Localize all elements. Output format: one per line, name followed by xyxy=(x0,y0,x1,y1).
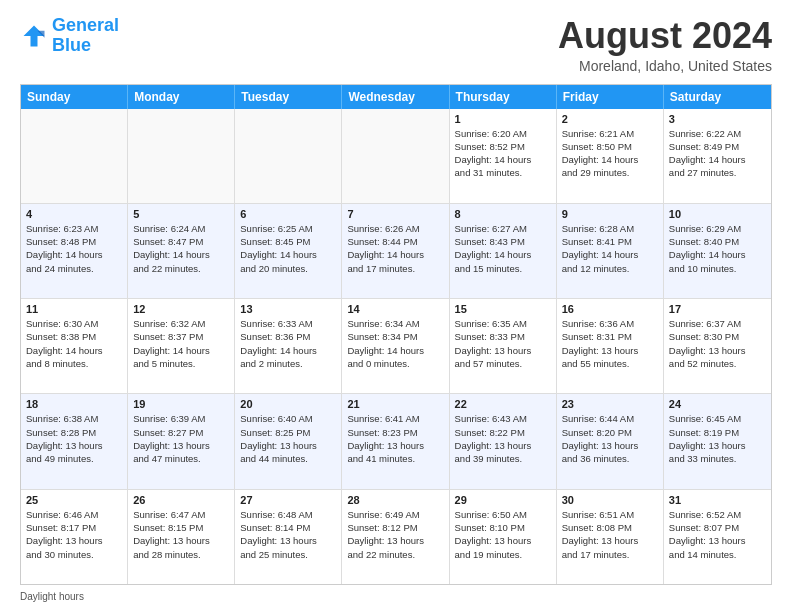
footer-text: Daylight hours xyxy=(20,591,84,602)
day-info: Sunrise: 6:47 AM Sunset: 8:15 PM Dayligh… xyxy=(133,508,229,561)
logo: General Blue xyxy=(20,16,119,56)
day-info: Sunrise: 6:27 AM Sunset: 8:43 PM Dayligh… xyxy=(455,222,551,275)
calendar-cell: 10Sunrise: 6:29 AM Sunset: 8:40 PM Dayli… xyxy=(664,204,771,298)
day-number: 31 xyxy=(669,494,766,506)
day-info: Sunrise: 6:50 AM Sunset: 8:10 PM Dayligh… xyxy=(455,508,551,561)
calendar-cell: 22Sunrise: 6:43 AM Sunset: 8:22 PM Dayli… xyxy=(450,394,557,488)
calendar-row: 11Sunrise: 6:30 AM Sunset: 8:38 PM Dayli… xyxy=(21,298,771,393)
day-info: Sunrise: 6:20 AM Sunset: 8:52 PM Dayligh… xyxy=(455,127,551,180)
day-info: Sunrise: 6:41 AM Sunset: 8:23 PM Dayligh… xyxy=(347,412,443,465)
calendar-cell: 8Sunrise: 6:27 AM Sunset: 8:43 PM Daylig… xyxy=(450,204,557,298)
day-number: 17 xyxy=(669,303,766,315)
day-number: 13 xyxy=(240,303,336,315)
day-number: 4 xyxy=(26,208,122,220)
calendar-header-day: Friday xyxy=(557,85,664,109)
calendar-cell: 30Sunrise: 6:51 AM Sunset: 8:08 PM Dayli… xyxy=(557,490,664,584)
day-info: Sunrise: 6:23 AM Sunset: 8:48 PM Dayligh… xyxy=(26,222,122,275)
logo-icon xyxy=(20,22,48,50)
calendar-cell: 13Sunrise: 6:33 AM Sunset: 8:36 PM Dayli… xyxy=(235,299,342,393)
calendar-header-day: Sunday xyxy=(21,85,128,109)
main-title: August 2024 xyxy=(558,16,772,56)
day-info: Sunrise: 6:39 AM Sunset: 8:27 PM Dayligh… xyxy=(133,412,229,465)
day-number: 2 xyxy=(562,113,658,125)
calendar-cell: 24Sunrise: 6:45 AM Sunset: 8:19 PM Dayli… xyxy=(664,394,771,488)
day-number: 6 xyxy=(240,208,336,220)
day-info: Sunrise: 6:25 AM Sunset: 8:45 PM Dayligh… xyxy=(240,222,336,275)
day-info: Sunrise: 6:46 AM Sunset: 8:17 PM Dayligh… xyxy=(26,508,122,561)
day-info: Sunrise: 6:49 AM Sunset: 8:12 PM Dayligh… xyxy=(347,508,443,561)
calendar-cell xyxy=(21,109,128,203)
calendar-header-day: Thursday xyxy=(450,85,557,109)
day-info: Sunrise: 6:35 AM Sunset: 8:33 PM Dayligh… xyxy=(455,317,551,370)
calendar-row: 1Sunrise: 6:20 AM Sunset: 8:52 PM Daylig… xyxy=(21,109,771,203)
calendar-cell: 9Sunrise: 6:28 AM Sunset: 8:41 PM Daylig… xyxy=(557,204,664,298)
day-number: 27 xyxy=(240,494,336,506)
calendar-cell: 28Sunrise: 6:49 AM Sunset: 8:12 PM Dayli… xyxy=(342,490,449,584)
day-number: 18 xyxy=(26,398,122,410)
subtitle: Moreland, Idaho, United States xyxy=(558,58,772,74)
calendar-cell: 15Sunrise: 6:35 AM Sunset: 8:33 PM Dayli… xyxy=(450,299,557,393)
day-number: 26 xyxy=(133,494,229,506)
calendar-header-day: Saturday xyxy=(664,85,771,109)
calendar-cell: 27Sunrise: 6:48 AM Sunset: 8:14 PM Dayli… xyxy=(235,490,342,584)
day-number: 14 xyxy=(347,303,443,315)
calendar-cell: 21Sunrise: 6:41 AM Sunset: 8:23 PM Dayli… xyxy=(342,394,449,488)
calendar-cell: 3Sunrise: 6:22 AM Sunset: 8:49 PM Daylig… xyxy=(664,109,771,203)
day-info: Sunrise: 6:37 AM Sunset: 8:30 PM Dayligh… xyxy=(669,317,766,370)
calendar: SundayMondayTuesdayWednesdayThursdayFrid… xyxy=(20,84,772,585)
page: General Blue August 2024 Moreland, Idaho… xyxy=(0,0,792,612)
day-number: 28 xyxy=(347,494,443,506)
calendar-cell: 6Sunrise: 6:25 AM Sunset: 8:45 PM Daylig… xyxy=(235,204,342,298)
day-info: Sunrise: 6:29 AM Sunset: 8:40 PM Dayligh… xyxy=(669,222,766,275)
day-number: 23 xyxy=(562,398,658,410)
calendar-cell xyxy=(128,109,235,203)
day-info: Sunrise: 6:22 AM Sunset: 8:49 PM Dayligh… xyxy=(669,127,766,180)
calendar-cell: 4Sunrise: 6:23 AM Sunset: 8:48 PM Daylig… xyxy=(21,204,128,298)
day-number: 10 xyxy=(669,208,766,220)
day-number: 30 xyxy=(562,494,658,506)
day-info: Sunrise: 6:40 AM Sunset: 8:25 PM Dayligh… xyxy=(240,412,336,465)
calendar-cell xyxy=(235,109,342,203)
calendar-header: SundayMondayTuesdayWednesdayThursdayFrid… xyxy=(21,85,771,109)
day-number: 8 xyxy=(455,208,551,220)
day-number: 3 xyxy=(669,113,766,125)
calendar-cell: 20Sunrise: 6:40 AM Sunset: 8:25 PM Dayli… xyxy=(235,394,342,488)
calendar-row: 25Sunrise: 6:46 AM Sunset: 8:17 PM Dayli… xyxy=(21,489,771,584)
day-number: 24 xyxy=(669,398,766,410)
day-number: 22 xyxy=(455,398,551,410)
calendar-cell: 25Sunrise: 6:46 AM Sunset: 8:17 PM Dayli… xyxy=(21,490,128,584)
day-number: 29 xyxy=(455,494,551,506)
day-number: 12 xyxy=(133,303,229,315)
day-info: Sunrise: 6:36 AM Sunset: 8:31 PM Dayligh… xyxy=(562,317,658,370)
calendar-cell: 14Sunrise: 6:34 AM Sunset: 8:34 PM Dayli… xyxy=(342,299,449,393)
day-info: Sunrise: 6:28 AM Sunset: 8:41 PM Dayligh… xyxy=(562,222,658,275)
calendar-cell: 18Sunrise: 6:38 AM Sunset: 8:28 PM Dayli… xyxy=(21,394,128,488)
calendar-cell: 26Sunrise: 6:47 AM Sunset: 8:15 PM Dayli… xyxy=(128,490,235,584)
day-number: 11 xyxy=(26,303,122,315)
calendar-header-day: Wednesday xyxy=(342,85,449,109)
calendar-cell: 2Sunrise: 6:21 AM Sunset: 8:50 PM Daylig… xyxy=(557,109,664,203)
title-block: August 2024 Moreland, Idaho, United Stat… xyxy=(558,16,772,74)
calendar-row: 18Sunrise: 6:38 AM Sunset: 8:28 PM Dayli… xyxy=(21,393,771,488)
day-info: Sunrise: 6:51 AM Sunset: 8:08 PM Dayligh… xyxy=(562,508,658,561)
day-number: 1 xyxy=(455,113,551,125)
calendar-cell: 11Sunrise: 6:30 AM Sunset: 8:38 PM Dayli… xyxy=(21,299,128,393)
footer: Daylight hours xyxy=(20,591,772,602)
day-number: 19 xyxy=(133,398,229,410)
day-info: Sunrise: 6:21 AM Sunset: 8:50 PM Dayligh… xyxy=(562,127,658,180)
day-info: Sunrise: 6:34 AM Sunset: 8:34 PM Dayligh… xyxy=(347,317,443,370)
day-number: 5 xyxy=(133,208,229,220)
calendar-row: 4Sunrise: 6:23 AM Sunset: 8:48 PM Daylig… xyxy=(21,203,771,298)
calendar-cell xyxy=(342,109,449,203)
day-info: Sunrise: 6:26 AM Sunset: 8:44 PM Dayligh… xyxy=(347,222,443,275)
day-info: Sunrise: 6:48 AM Sunset: 8:14 PM Dayligh… xyxy=(240,508,336,561)
day-number: 9 xyxy=(562,208,658,220)
day-info: Sunrise: 6:33 AM Sunset: 8:36 PM Dayligh… xyxy=(240,317,336,370)
day-info: Sunrise: 6:45 AM Sunset: 8:19 PM Dayligh… xyxy=(669,412,766,465)
calendar-cell: 1Sunrise: 6:20 AM Sunset: 8:52 PM Daylig… xyxy=(450,109,557,203)
calendar-cell: 29Sunrise: 6:50 AM Sunset: 8:10 PM Dayli… xyxy=(450,490,557,584)
calendar-cell: 17Sunrise: 6:37 AM Sunset: 8:30 PM Dayli… xyxy=(664,299,771,393)
day-number: 20 xyxy=(240,398,336,410)
day-info: Sunrise: 6:38 AM Sunset: 8:28 PM Dayligh… xyxy=(26,412,122,465)
day-info: Sunrise: 6:24 AM Sunset: 8:47 PM Dayligh… xyxy=(133,222,229,275)
